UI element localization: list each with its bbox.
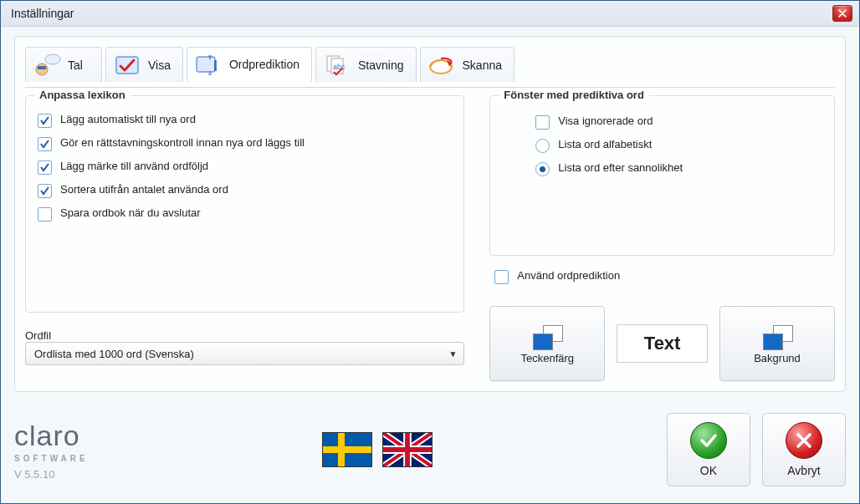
svg-text:I: I [213, 58, 218, 74]
flag-sv[interactable] [322, 432, 372, 467]
radio-alpha[interactable]: Lista ord alfabetiskt [535, 138, 822, 153]
tab-ordprediktion-label: Ordprediktion [229, 58, 299, 71]
svg-rect-14 [383, 447, 432, 452]
ordfil-section: Ordfil Ordlista med 1000 ord (Svenska) ▼ [25, 324, 464, 365]
checkbox-icon [38, 184, 52, 198]
check-spellcheck-label: Gör en rättstavningskontroll innan nya o… [60, 136, 305, 150]
ordprediktion-icon: I [194, 53, 223, 76]
check-sort-label: Sortera utifrån antalet använda ord [60, 183, 228, 196]
tab-visa[interactable]: Visa [105, 47, 183, 82]
group-fonster-prediktiva: Fönster med prediktiva ord Visa ignorera… [489, 95, 835, 256]
cancel-button[interactable]: Avbryt [762, 413, 846, 486]
chevron-down-icon: ▼ [448, 349, 457, 359]
bg-color-button[interactable]: Bakgrund [719, 306, 835, 381]
footer: claro SOFTWARE V 5.5.10 [14, 406, 846, 493]
action-buttons: OK Avbryt [667, 413, 846, 486]
text-preview: Text [617, 324, 708, 363]
check-spellcheck-before-add[interactable]: Gör en rättstavningskontroll innan nya o… [38, 136, 452, 151]
check-sort-by-usage[interactable]: Sortera utifrån antalet använda ord [38, 183, 452, 198]
cancel-label: Avbryt [787, 464, 820, 477]
tab-tal-label: Tal [68, 59, 83, 72]
tab-stavning-label: Stavning [358, 59, 403, 72]
close-button[interactable] [832, 5, 852, 22]
check-notice-word-order[interactable]: Lägg märke till använd ordföljd [38, 160, 452, 175]
tab-tal[interactable]: Tal [25, 47, 102, 82]
stavning-icon: abc [323, 53, 351, 77]
checkbox-icon [494, 270, 509, 284]
ordfil-dropdown[interactable]: Ordlista med 1000 ord (Svenska) ▼ [25, 342, 464, 365]
logo-name: claro [14, 420, 89, 452]
flag-row [322, 432, 433, 467]
checkbox-icon [38, 137, 52, 151]
titlebar: Inställningar [1, 1, 859, 27]
check-use-prediction-label: Använd ordprediktion [517, 269, 620, 283]
version-label: V 5.5.10 [14, 468, 89, 481]
tab-stavning[interactable]: abc Stavning [315, 47, 416, 82]
logo-sub: SOFTWARE [14, 454, 89, 463]
group-anpassa-title: Anpassa lexikon [34, 89, 131, 101]
check-save-label: Spara ordbok när du avslutar [60, 206, 201, 220]
color-swatch-icon [763, 325, 791, 349]
color-row: Teckenfärg Text Bakgrund [489, 306, 835, 381]
check-auto-add-label: Lägg automatiskt till nya ord [60, 113, 196, 126]
cancel-icon [786, 422, 822, 459]
svg-rect-2 [38, 66, 46, 69]
radio-probability[interactable]: Lista ord efter sannolikhet [535, 161, 822, 176]
skanna-icon [427, 53, 456, 77]
tab-visa-label: Visa [148, 59, 171, 72]
left-panel: Anpassa lexikon Lägg automatiskt till ny… [25, 95, 464, 381]
svg-text:abc: abc [333, 63, 346, 71]
radio-probability-label: Lista ord efter sannolikhet [558, 161, 683, 175]
checkbox-icon [38, 207, 52, 221]
group-fonster-title: Fönster med prediktiva ord [499, 89, 649, 101]
checkbox-icon [38, 114, 52, 128]
group-anpassa-lexikon: Anpassa lexikon Lägg automatiskt till ny… [25, 95, 464, 313]
main-panel: Tal Visa I O [14, 36, 846, 392]
check-save-on-exit[interactable]: Spara ordbok när du avslutar [38, 206, 452, 221]
radio-icon [535, 139, 550, 153]
svg-rect-4 [197, 57, 215, 72]
tab-bar: Tal Visa I O [15, 37, 845, 82]
check-auto-add[interactable]: Lägg automatiskt till nya ord [38, 113, 452, 128]
flag-en[interactable] [382, 432, 433, 467]
ok-button[interactable]: OK [667, 413, 750, 486]
settings-window: Inställningar Tal [0, 0, 860, 504]
ordfil-label: Ordfil [25, 329, 464, 342]
close-icon [838, 9, 847, 18]
radio-alpha-label: Lista ord alfabetiskt [558, 138, 652, 151]
visa-icon [113, 53, 141, 77]
radio-icon [535, 162, 550, 176]
text-color-button[interactable]: Teckenfärg [489, 306, 605, 381]
tab-ordprediktion[interactable]: I Ordprediktion [187, 47, 312, 82]
tab-skanna[interactable]: Skanna [420, 47, 514, 82]
ordfil-value: Ordlista med 1000 ord (Svenska) [34, 348, 194, 360]
ok-label: OK [700, 464, 717, 477]
logo: claro SOFTWARE V 5.5.10 [14, 420, 89, 481]
check-word-order-label: Lägg märke till använd ordföljd [60, 160, 208, 173]
check-show-ignored-label: Visa ignorerade ord [558, 115, 653, 128]
tab-content: Anpassa lexikon Lägg automatiskt till ny… [25, 87, 835, 381]
check-show-ignored[interactable]: Visa ignorerade ord [535, 115, 822, 130]
checkbox-icon [38, 160, 52, 175]
right-panel: Fönster med prediktiva ord Visa ignorera… [489, 95, 835, 381]
ok-icon [690, 422, 727, 459]
color-swatch-icon [533, 325, 561, 349]
window-title: Inställningar [8, 7, 74, 20]
check-use-prediction[interactable]: Använd ordprediktion [489, 269, 835, 284]
checkbox-icon [535, 115, 550, 130]
text-color-label: Teckenfärg [520, 352, 574, 364]
svg-point-0 [45, 54, 60, 64]
tal-icon [33, 53, 61, 77]
bg-color-label: Bakgrund [754, 352, 801, 364]
tab-skanna-label: Skanna [463, 59, 502, 72]
